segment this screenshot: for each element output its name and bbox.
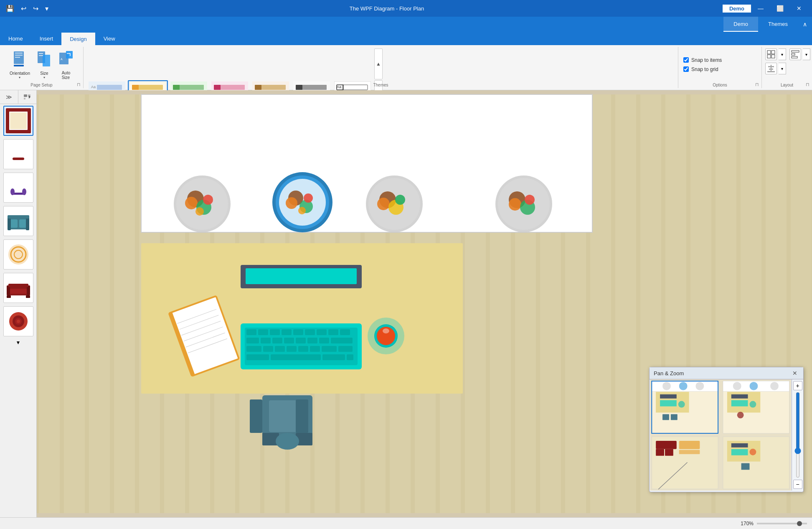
title-bar: 💾 ↩ ↪ ▾ The WPF Diagram - Floor Plan Dem… [0, 0, 812, 17]
svg-point-191 [276, 433, 299, 450]
themes-label: Themes [84, 83, 678, 87]
page-setup-controls: Orientation ▾ Size ▾ [7, 48, 76, 87]
snap-to-items-option[interactable]: Snap to items [683, 57, 756, 63]
sidebar-item-chair-purple[interactable] [3, 173, 33, 203]
svg-rect-166 [319, 338, 329, 343]
svg-rect-71 [24, 94, 27, 97]
svg-rect-152 [258, 329, 268, 335]
pan-zoom-map[interactable] [650, 379, 792, 491]
layout-grid-dropdown-button[interactable]: ▾ [779, 48, 786, 60]
svg-point-131 [395, 195, 405, 205]
svg-rect-160 [246, 338, 259, 343]
svg-rect-172 [298, 346, 308, 352]
layout-row-1: ▾ ▾ [765, 48, 810, 60]
snap-to-items-checkbox[interactable] [683, 57, 689, 63]
svg-rect-177 [322, 354, 345, 360]
layout-expand-icon[interactable]: ⊓ [806, 82, 809, 87]
title-left-controls[interactable]: 💾 ↩ ↪ ▾ [3, 3, 51, 14]
maximize-button[interactable]: ⬜ [770, 0, 789, 17]
svg-rect-158 [328, 329, 338, 335]
options-settings-icon[interactable]: ⊓ [755, 82, 759, 87]
demo-tab-themes[interactable]: Themes [758, 17, 798, 32]
sidebar-item-page[interactable] [3, 106, 33, 136]
redo-icon[interactable]: ↪ [30, 3, 41, 14]
zoom-slider[interactable] [794, 392, 801, 478]
svg-rect-165 [307, 338, 317, 343]
svg-rect-156 [305, 329, 315, 335]
canvas-area[interactable]: Pan & Zoom ✕ [37, 90, 812, 517]
svg-rect-178 [340, 338, 353, 343]
close-button[interactable]: ✕ [789, 0, 809, 17]
svg-point-214 [770, 382, 779, 390]
layout-align-button[interactable] [765, 63, 777, 74]
sidebar-item-coffee-icon[interactable] [3, 306, 33, 336]
page-setup-expand-icon[interactable]: ⊓ [77, 82, 81, 87]
ribbon-section-layout: ▾ ▾ [762, 47, 812, 88]
svg-point-137 [525, 195, 535, 205]
minimize-button[interactable]: — [751, 0, 770, 17]
svg-point-106 [17, 320, 20, 323]
orientation-button[interactable]: Orientation ▾ [7, 49, 33, 81]
sidebar-item-circle-orange[interactable] [3, 239, 33, 270]
zoom-out-button[interactable]: − [793, 480, 802, 489]
sidebar-scroll-down-button[interactable]: ▼ [0, 338, 36, 347]
svg-rect-174 [322, 346, 337, 352]
svg-rect-199 [671, 414, 678, 420]
svg-point-85 [10, 188, 15, 195]
svg-rect-163 [284, 338, 294, 343]
sidebar-controls: ≫ [0, 90, 36, 104]
layout-grid-button[interactable] [765, 48, 777, 60]
save-icon[interactable]: 💾 [3, 3, 17, 14]
tab-home[interactable]: Home [0, 32, 31, 45]
size-button[interactable]: Size ▾ [34, 49, 54, 81]
zoom-slider-bar[interactable] [757, 523, 807, 524]
svg-point-124 [304, 193, 313, 203]
autosize-button[interactable]: A AutoSize [56, 48, 76, 81]
quick-access-dropdown-icon[interactable]: ▾ [43, 3, 51, 14]
demo-tab-demo[interactable]: Demo [723, 17, 758, 32]
pan-zoom-close-button[interactable]: ✕ [791, 370, 799, 376]
options-label: Options [678, 83, 761, 87]
undo-icon[interactable]: ↩ [18, 3, 29, 14]
svg-rect-176 [271, 354, 321, 360]
ribbon-section-options: Snap to items Snap to grid Options ⊓ [678, 47, 762, 88]
pan-zoom-minimap [650, 379, 792, 491]
svg-point-202 [679, 382, 688, 390]
sidebar-collapse-button[interactable]: ≫ [0, 90, 18, 104]
svg-rect-175 [246, 354, 269, 360]
svg-rect-80 [13, 158, 24, 160]
layout-label: Layout [762, 83, 812, 87]
svg-rect-169 [263, 346, 273, 352]
snap-to-grid-option[interactable]: Snap to grid [683, 66, 756, 72]
svg-rect-140 [246, 268, 357, 284]
layout-arrange-dropdown-button[interactable]: ▾ [803, 48, 810, 60]
zoom-slider-thumb[interactable] [797, 521, 802, 526]
size-label: Size [40, 71, 48, 76]
layout-arrange-button[interactable] [789, 48, 801, 60]
svg-rect-63 [771, 55, 775, 58]
themes-scroll-up-button[interactable]: ▲ [374, 48, 383, 79]
tab-view[interactable]: View [95, 32, 124, 45]
window-controls[interactable]: — ⬜ ✕ [751, 0, 809, 17]
svg-rect-69 [769, 69, 773, 70]
svg-rect-224 [731, 449, 748, 455]
svg-point-116 [203, 195, 213, 205]
sidebar-expand-button[interactable] [18, 90, 37, 104]
demobar-collapse-button[interactable]: ∧ [798, 17, 812, 32]
zoom-in-button[interactable]: + [793, 381, 802, 390]
snap-to-grid-checkbox[interactable] [683, 66, 689, 72]
sidebar-item-couch-red[interactable] [3, 273, 33, 303]
svg-rect-62 [767, 55, 771, 58]
svg-point-122 [286, 197, 297, 209]
layout-align-dropdown-button[interactable]: ▾ [779, 63, 786, 74]
svg-rect-164 [296, 338, 306, 343]
sidebar-item-armchair-red[interactable] [3, 139, 33, 169]
autosize-label: AutoSize [62, 71, 71, 80]
svg-rect-97 [8, 289, 28, 294]
tab-design[interactable]: Design [61, 32, 95, 45]
sidebar-item-sofa[interactable] [3, 206, 33, 236]
layout-row-2: ▾ [765, 63, 786, 74]
svg-rect-65 [792, 53, 795, 55]
tab-insert[interactable]: Insert [31, 32, 62, 45]
svg-point-125 [298, 207, 306, 214]
